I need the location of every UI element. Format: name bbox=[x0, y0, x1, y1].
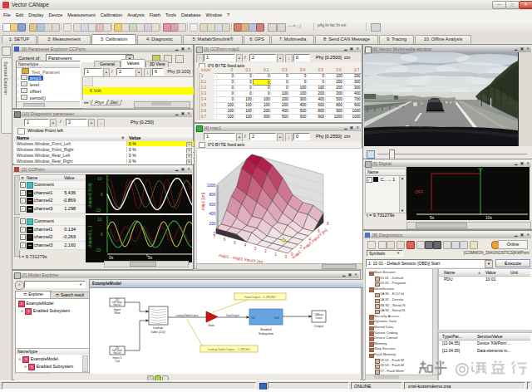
svg-text:rowCols: rowCols bbox=[113, 351, 121, 355]
svg-text:2: 2 bbox=[264, 249, 267, 253]
svg-text:5s: 5s bbox=[148, 255, 153, 260]
svg-text:200: 200 bbox=[209, 222, 215, 226]
svg-text:Table (2-D): Table (2-D) bbox=[150, 331, 165, 334]
svg-text:rowCols: rowCols bbox=[113, 303, 121, 306]
svg-text:Output: Output bbox=[315, 316, 323, 320]
svg-text:-10: -10 bbox=[95, 247, 101, 252]
svg-text:4: 4 bbox=[244, 243, 247, 247]
svg-text:3: 3 bbox=[254, 247, 257, 251]
svg-text:-10: -10 bbox=[95, 208, 101, 213]
svg-text:0: 0 bbox=[101, 192, 103, 197]
svg-text:10: 10 bbox=[97, 217, 102, 222]
svg-text:GainOutput: GainOutput bbox=[226, 314, 239, 317]
svg-text:Subsystem: Subsystem bbox=[259, 332, 273, 336]
svg-text:800: 800 bbox=[209, 193, 215, 197]
svg-text:LookupTableOutput: LookupTableOutput bbox=[176, 314, 199, 317]
svg-text:5s: 5s bbox=[430, 215, 435, 220]
svg-text:OFF: OFF bbox=[415, 189, 423, 194]
svg-text:map1 - map1 InputX [m]: map1 - map1 InputX [m] bbox=[219, 252, 264, 264]
svg-text:map1 [cm]: map1 [cm] bbox=[201, 193, 205, 210]
svg-text:Gain: Gain bbox=[208, 324, 214, 327]
svg-text:1000: 1000 bbox=[207, 184, 216, 188]
svg-text:Out1: Out1 bbox=[274, 316, 280, 320]
svg-text:Row: Row bbox=[114, 311, 121, 315]
svg-text:channel1 [...]: channel1 [...] bbox=[88, 226, 92, 247]
svg-text:6: 6 bbox=[224, 238, 226, 242]
svg-text:1: 1 bbox=[274, 252, 277, 257]
svg-text:LookupTableOutput - 1.28596#: LookupTableOutput - 1.28596# bbox=[207, 348, 251, 351]
svg-text:GainOutput - 1.28596#: GainOutput - 1.28596# bbox=[244, 296, 278, 299]
svg-text:5: 5 bbox=[234, 241, 236, 245]
svg-text:Col: Col bbox=[115, 360, 120, 363]
svg-text:600: 600 bbox=[209, 203, 215, 207]
svg-text:channel1 [Volt]: channel1 [Volt] bbox=[88, 183, 92, 208]
svg-text:10s: 10s bbox=[485, 215, 493, 220]
svg-text:400: 400 bbox=[209, 212, 215, 216]
svg-text:0: 0 bbox=[101, 232, 103, 237]
svg-text:8: 8 bbox=[327, 222, 329, 226]
svg-text:Lookup: Lookup bbox=[153, 326, 163, 330]
svg-text:0: 0 bbox=[285, 255, 288, 259]
svg-text:0s: 0s bbox=[109, 255, 114, 260]
svg-text:Output: Output bbox=[314, 325, 323, 328]
svg-text:In1: In1 bbox=[252, 316, 255, 320]
svg-text:7: 7 bbox=[214, 235, 216, 239]
svg-text:10: 10 bbox=[97, 176, 102, 181]
svg-text:Enabled: Enabled bbox=[260, 328, 271, 331]
